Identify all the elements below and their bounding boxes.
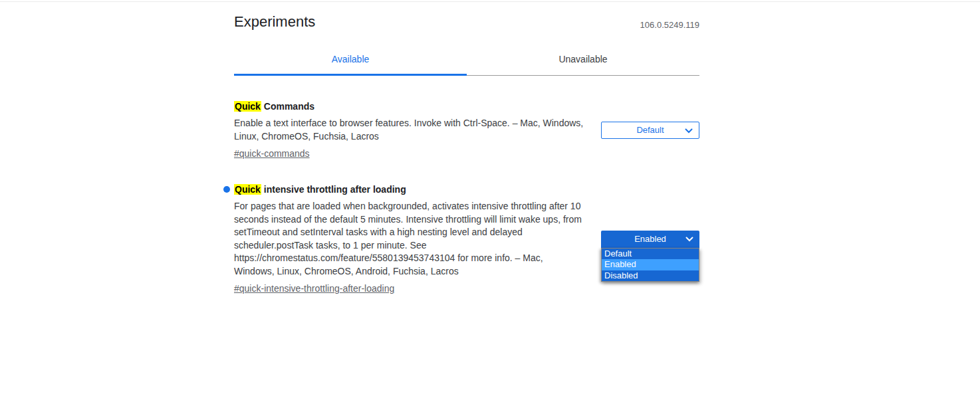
experiment-control: Enabled Default Enabled Disabled: [601, 231, 699, 248]
tab-available[interactable]: Available: [234, 54, 467, 76]
dropdown-option-default[interactable]: Default: [602, 249, 699, 260]
experiment-text: Quick intensive throttling after loading…: [234, 183, 585, 294]
experiment-quick-intensive-throttling: Quick intensive throttling after loading…: [234, 183, 699, 294]
chevron-down-icon: [685, 128, 693, 134]
experiments-list: Quick Commands Enable a text interface t…: [234, 100, 699, 294]
flags-page: Experiments 106.0.5249.119 Available Una…: [234, 0, 699, 294]
chevron-down-icon: [685, 237, 693, 242]
dropdown-option-list: Default Enabled Disabled: [601, 248, 699, 282]
experiment-description: Enable a text interface to browser featu…: [234, 117, 585, 143]
dropdown-option-disabled[interactable]: Disabled: [602, 270, 699, 282]
experiment-name: Quick intensive throttling after loading: [234, 183, 585, 195]
dropdown-option-enabled[interactable]: Enabled: [602, 259, 699, 270]
experiment-permalink[interactable]: #quick-commands: [234, 148, 310, 159]
search-highlight: Quick: [234, 101, 261, 112]
experiment-dropdown-open[interactable]: Enabled: [601, 231, 699, 248]
experiment-name: Quick Commands: [234, 100, 585, 112]
search-highlight: Quick: [234, 184, 261, 195]
browser-version: 106.0.5249.119: [640, 19, 699, 31]
experiment-text: Quick Commands Enable a text interface t…: [234, 100, 585, 159]
dropdown-value: Default: [636, 125, 664, 135]
tab-bar: Available Unavailable: [234, 54, 699, 76]
tab-unavailable[interactable]: Unavailable: [467, 54, 699, 76]
experiment-permalink[interactable]: #quick-intensive-throttling-after-loadin…: [234, 283, 394, 294]
dropdown-value: Enabled: [634, 234, 666, 244]
modified-indicator-dot: [223, 186, 230, 193]
experiment-name-rest: intensive throttling after loading: [261, 184, 406, 195]
page-header: Experiments 106.0.5249.119: [234, 0, 699, 31]
page-title: Experiments: [234, 13, 315, 31]
experiment-name-rest: Commands: [261, 101, 314, 112]
experiment-quick-commands: Quick Commands Enable a text interface t…: [234, 100, 699, 159]
experiment-control: Default: [601, 122, 699, 139]
experiment-description: For pages that are loaded when backgroun…: [234, 200, 585, 278]
experiment-dropdown[interactable]: Default: [601, 122, 699, 139]
